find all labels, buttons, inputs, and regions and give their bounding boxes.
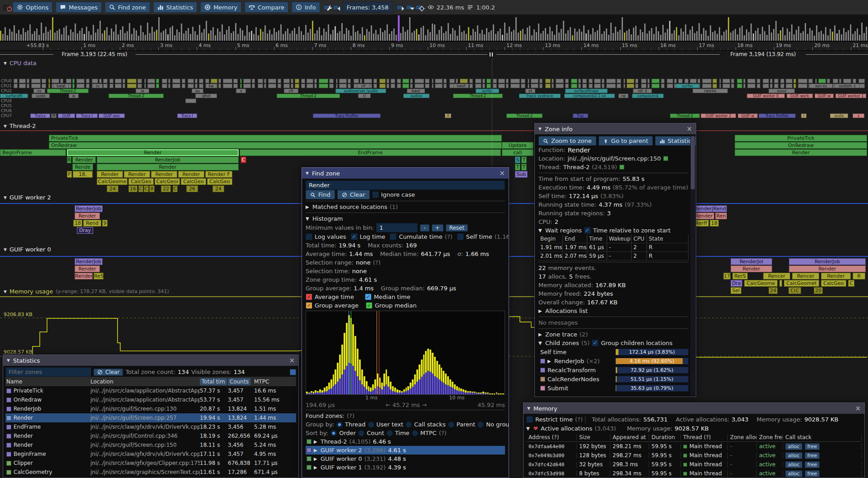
cumulate-time-checkbox[interactable] [390,233,396,240]
cpu-zone[interactable] [373,84,377,88]
column-header[interactable]: Size [577,434,610,440]
zone[interactable]: call [502,149,533,156]
cpu-zone[interactable]: w [69,94,79,98]
cpu-zone[interactable] [786,79,793,83]
cpu-row[interactable] [0,109,868,113]
cpu-zone[interactable] [833,79,838,83]
cpu-zone[interactable] [115,84,122,88]
cpu-zone[interactable] [27,84,29,88]
child-zones-toggle[interactable]: ▼Child zones(5)✓Group children locations [538,339,689,347]
cpu-zone[interactable]: kwgt [53,84,69,88]
cpu-zone[interactable] [647,84,650,88]
cpu-zone[interactable]: GUIF [58,114,75,118]
zone[interactable]: Re5 [94,273,104,279]
cpu-zone[interactable]: Tra(sy [30,114,50,118]
cpu-zone[interactable] [336,84,338,88]
statistics-row[interactable]: EndFramejni/../jni/src/claw/gfx/drv/vk/D… [5,422,296,431]
column-header[interactable]: Zone free [757,434,783,440]
cpu-zone[interactable] [743,79,745,83]
cpu-zone[interactable]: Trac [573,114,588,118]
cpu-zone[interactable] [712,79,717,83]
found-zone-group[interactable]: ▶GUIF worker 0(3,231)4.48 s [306,454,505,463]
group-by-radio-parent[interactable] [448,421,454,428]
cpu-row[interactable]: surfaceflisystewThread-2gfxdThread-2clau… [0,94,868,98]
cpu-zone[interactable] [510,84,520,88]
zone[interactable]: Render [75,273,93,279]
cpu-zone[interactable] [839,79,841,83]
allocation-row[interactable]: 0x7dfc42d64032 bytes298.3 ms59.95 sMain … [526,460,862,469]
cpu-zone[interactable] [223,79,232,83]
thread2-section-label[interactable]: ▼Thread-2 [4,123,36,129]
zone[interactable] [779,280,782,287]
cpu-zone[interactable] [218,84,221,88]
close-icon[interactable]: × [499,170,505,177]
cpu-zone[interactable] [747,79,755,83]
group-median-checkbox[interactable]: ✓ [366,302,373,309]
cpu-zone[interactable] [763,84,769,88]
group-by-radio-call-stacks[interactable] [406,421,412,428]
statistics-row[interactable]: CalcGeometryjni/../jni/src/claw/graphics… [5,468,296,477]
go-to-parent-button[interactable]: Go to parent [599,136,653,146]
cpu-zone[interactable] [103,79,108,83]
cpu-zone[interactable]: surfac [476,89,499,93]
cpu-row[interactable] [0,99,868,103]
column-header[interactable]: End [563,235,587,243]
free-callstack-button[interactable]: free [805,470,820,477]
cpu-zone[interactable] [702,84,712,88]
cpu-zone[interactable] [737,79,742,83]
cpu-zone[interactable]: Tracy I [76,114,98,118]
cpu-zone[interactable] [493,79,497,83]
zone-info-titlebar[interactable]: ▼Zone info× [535,123,696,134]
zone[interactable]: CalcGeomet [784,280,819,287]
cpu-zone[interactable] [578,79,581,83]
cpu-zone[interactable]: Thread-2 [277,94,340,98]
statistics-row[interactable]: Clipperjni/../jni/src/claw/gfx/geo/Clipp… [5,459,296,468]
sort-by-radio-time[interactable] [387,430,393,436]
cpu-zone[interactable]: syste [32,94,50,98]
cpu-zone[interactable] [240,79,242,83]
zone[interactable]: Ren [715,213,727,219]
thread-row[interactable]: BeginFrameRenderEndFramecallRender [0,149,868,156]
histogram-toggle[interactable]: ▼Histogram [306,214,505,223]
cpu-zone[interactable] [397,79,401,83]
cpu-zone[interactable] [556,79,564,83]
cpu-zone[interactable] [137,84,142,88]
collapse-icon[interactable]: ▼ [527,406,530,411]
cpu-zone[interactable] [195,79,198,83]
cpu-zone[interactable] [115,79,122,83]
zone[interactable]: Render [75,213,100,219]
cpu-zone[interactable] [774,79,778,83]
alloc-callstack-button[interactable]: alloc [785,461,802,468]
cpu-zone[interactable] [545,84,551,88]
column-header[interactable]: Begin [538,235,563,243]
cpu-zone[interactable] [565,79,569,83]
cpu-zone[interactable] [578,84,581,88]
group-by-radio-thread[interactable] [336,421,343,428]
cpu-zone[interactable] [391,84,395,88]
zone[interactable]: 8 [149,185,155,192]
zone[interactable]: CalcGeo [181,178,206,185]
zone[interactable]: 18 [73,220,82,227]
log-values-checkbox[interactable] [306,233,312,240]
free-callstack-button[interactable]: free [805,443,820,450]
zone[interactable]: 22 [161,185,171,192]
memory-titlebar[interactable]: ▼Memory× [524,403,864,414]
wait-regions-toggle[interactable]: ▼Wait regions✓Time relative to zone star… [538,226,689,235]
column-header[interactable]: Appeared at [610,434,649,440]
cpu-zone[interactable]: syste [830,114,848,118]
zone[interactable]: C [144,185,149,192]
cpu-zone[interactable] [606,84,616,88]
cpu-zone[interactable] [843,79,851,83]
power-button[interactable] [3,5,9,10]
cpu-zone[interactable] [415,79,424,83]
cpu-zone[interactable] [678,79,683,83]
cpu-zone[interactable]: GUIF-w [738,114,758,118]
cpu-zone[interactable] [460,79,468,83]
cpu-zone[interactable]: system_s [835,84,860,88]
cpu-zone[interactable]: gfxd [195,94,217,98]
cpu-zone[interactable] [243,84,251,88]
zone[interactable]: OnRedraw [735,142,867,149]
cpu-zone[interactable] [48,84,50,88]
cpu-zone[interactable] [859,79,865,83]
cpu-zone[interactable] [76,84,85,88]
